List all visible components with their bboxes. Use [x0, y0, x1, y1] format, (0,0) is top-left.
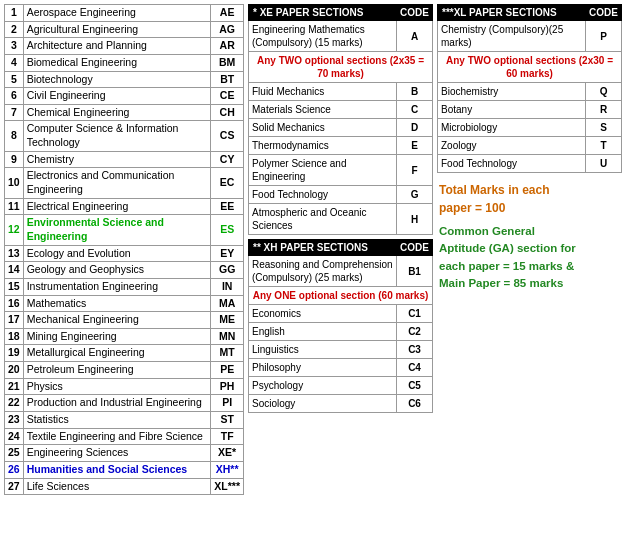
- section-code: C1: [397, 305, 433, 323]
- table-row: Reasoning and Comprehension (Compulsory)…: [249, 256, 433, 287]
- xe-code-header: CODE: [397, 5, 433, 21]
- table-row: 22Production and Industrial EngineeringP…: [5, 395, 244, 412]
- discipline-name: Chemical Engineering: [23, 104, 211, 121]
- section-code: F: [397, 155, 433, 186]
- row-number: 19: [5, 345, 24, 362]
- row-number: 8: [5, 121, 24, 151]
- row-number: 14: [5, 262, 24, 279]
- discipline-code: XE*: [211, 445, 244, 462]
- section-code: T: [586, 137, 622, 155]
- row-number: 9: [5, 151, 24, 168]
- discipline-code: EY: [211, 245, 244, 262]
- discipline-name: Biomedical Engineering: [23, 54, 211, 71]
- discipline-code: MT: [211, 345, 244, 362]
- section-code: D: [397, 119, 433, 137]
- table-row: 6Civil EngineeringCE: [5, 88, 244, 105]
- section-name: Psychology: [249, 377, 397, 395]
- section-code: C3: [397, 341, 433, 359]
- discipline-name: Production and Industrial Engineering: [23, 395, 211, 412]
- discipline-code: XH**: [211, 461, 244, 478]
- discipline-name: Mining Engineering: [23, 328, 211, 345]
- table-row: 7Chemical EngineeringCH: [5, 104, 244, 121]
- discipline-name: Electronics and Communication Engineerin…: [23, 168, 211, 198]
- table-row: 3Architecture and PlanningAR: [5, 38, 244, 55]
- table-row: 16MathematicsMA: [5, 295, 244, 312]
- discipline-name: Chemistry: [23, 151, 211, 168]
- discipline-name: Textile Engineering and Fibre Science: [23, 428, 211, 445]
- table-row: 19Metallurgical EngineeringMT: [5, 345, 244, 362]
- table-row: Materials ScienceC: [249, 101, 433, 119]
- discipline-code: MA: [211, 295, 244, 312]
- section-name: Polymer Science and Engineering: [249, 155, 397, 186]
- discipline-code: CE: [211, 88, 244, 105]
- table-row: 2Agricultural EngineeringAG: [5, 21, 244, 38]
- total-marks-text: Total Marks in each paper = 100: [439, 181, 620, 217]
- section-code: P: [586, 21, 622, 52]
- discipline-name: Agricultural Engineering: [23, 21, 211, 38]
- row-number: 2: [5, 21, 24, 38]
- table-row: Any TWO optional sections (2x30 = 60 mar…: [438, 52, 622, 83]
- discipline-code: ES: [211, 215, 244, 245]
- discipline-name: Humanities and Social Sciences: [23, 461, 211, 478]
- section-code: U: [586, 155, 622, 173]
- row-number: 22: [5, 395, 24, 412]
- discipline-code: PE: [211, 362, 244, 379]
- discipline-code: PH: [211, 378, 244, 395]
- discipline-code: ME: [211, 312, 244, 329]
- optional-note: Any TWO optional sections (2x30 = 60 mar…: [438, 52, 622, 83]
- discipline-code: EE: [211, 198, 244, 215]
- row-number: 3: [5, 38, 24, 55]
- xl-paper-title: ***XL PAPER SECTIONS: [438, 5, 586, 21]
- row-number: 26: [5, 461, 24, 478]
- section-code: C5: [397, 377, 433, 395]
- table-row: 12Environmental Science and EngineeringE…: [5, 215, 244, 245]
- table-row: 10Electronics and Communication Engineer…: [5, 168, 244, 198]
- table-row: 27Life SciencesXL***: [5, 478, 244, 495]
- table-row: BiochemistryQ: [438, 83, 622, 101]
- table-row: EnglishC2: [249, 323, 433, 341]
- discipline-code: AR: [211, 38, 244, 55]
- section-name: Atmospheric and Oceanic Sciences: [249, 204, 397, 235]
- table-row: SociologyC6: [249, 395, 433, 413]
- xe-paper-table: * XE PAPER SECTIONS CODE Engineering Mat…: [248, 4, 433, 235]
- discipline-code: BT: [211, 71, 244, 88]
- section-name: Sociology: [249, 395, 397, 413]
- xh-paper-table: ** XH PAPER SECTIONS CODE Reasoning and …: [248, 239, 433, 413]
- discipline-name: Electrical Engineering: [23, 198, 211, 215]
- discipline-name: Geology and Geophysics: [23, 262, 211, 279]
- table-row: ThermodynamicsE: [249, 137, 433, 155]
- section-code: G: [397, 186, 433, 204]
- table-row: Food TechnologyG: [249, 186, 433, 204]
- table-row: ZoologyT: [438, 137, 622, 155]
- section-name: Linguistics: [249, 341, 397, 359]
- row-number: 18: [5, 328, 24, 345]
- section-code: Q: [586, 83, 622, 101]
- xh-paper-title: ** XH PAPER SECTIONS: [249, 240, 397, 256]
- section-code: B1: [397, 256, 433, 287]
- optional-note: Any ONE optional section (60 marks): [249, 287, 433, 305]
- table-row: Any TWO optional sections (2x35 = 70 mar…: [249, 52, 433, 83]
- table-row: PsychologyC5: [249, 377, 433, 395]
- discipline-name: Mathematics: [23, 295, 211, 312]
- discipline-code: AG: [211, 21, 244, 38]
- row-number: 13: [5, 245, 24, 262]
- row-number: 21: [5, 378, 24, 395]
- row-number: 20: [5, 362, 24, 379]
- discipline-name: Ecology and Evolution: [23, 245, 211, 262]
- table-row: 1Aerospace EngineeringAE: [5, 5, 244, 22]
- discipline-code: MN: [211, 328, 244, 345]
- table-row: 21PhysicsPH: [5, 378, 244, 395]
- discipline-code: XL***: [211, 478, 244, 495]
- discipline-name: Instrumentation Engineering: [23, 278, 211, 295]
- section-name: Economics: [249, 305, 397, 323]
- section-code: C: [397, 101, 433, 119]
- row-number: 23: [5, 412, 24, 429]
- section-name: Food Technology: [438, 155, 586, 173]
- section-name: Fluid Mechanics: [249, 83, 397, 101]
- table-row: 13Ecology and EvolutionEY: [5, 245, 244, 262]
- section-code: B: [397, 83, 433, 101]
- table-row: 14Geology and GeophysicsGG: [5, 262, 244, 279]
- row-number: 7: [5, 104, 24, 121]
- discipline-code: IN: [211, 278, 244, 295]
- discipline-code: AE: [211, 5, 244, 22]
